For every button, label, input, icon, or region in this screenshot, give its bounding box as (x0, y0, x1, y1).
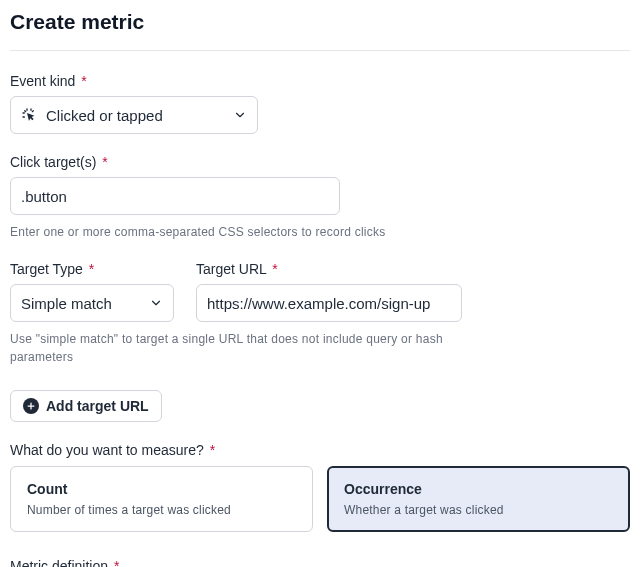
option-desc: Whether a target was clicked (344, 503, 613, 517)
event-kind-value: Clicked or tapped (46, 107, 163, 124)
measure-option-count[interactable]: Count Number of times a target was click… (10, 466, 313, 532)
target-type-value: Simple match (21, 295, 112, 312)
required-mark: * (210, 442, 215, 458)
option-title: Occurrence (344, 481, 613, 497)
add-target-url-button[interactable]: Add target URL (10, 390, 162, 422)
click-targets-help: Enter one or more comma-separated CSS se… (10, 223, 630, 241)
option-title: Count (27, 481, 296, 497)
required-mark: * (89, 261, 94, 277)
target-url-label: Target URL * (196, 261, 462, 277)
required-mark: * (272, 261, 277, 277)
event-kind-label: Event kind * (10, 73, 630, 89)
click-targets-label: Click target(s) * (10, 154, 630, 170)
plus-circle-icon (23, 398, 39, 414)
event-kind-select[interactable]: Clicked or tapped (10, 96, 258, 134)
divider (10, 50, 630, 51)
page-title: Create metric (10, 10, 630, 34)
target-url-input[interactable] (196, 284, 462, 322)
target-type-select[interactable]: Simple match (10, 284, 174, 322)
click-targets-input[interactable] (10, 177, 340, 215)
measure-label: What do you want to measure? * (10, 442, 630, 458)
target-type-help: Use "simple match" to target a single UR… (10, 330, 450, 366)
measure-option-occurrence[interactable]: Occurrence Whether a target was clicked (327, 466, 630, 532)
required-mark: * (81, 73, 86, 89)
required-mark: * (114, 558, 119, 567)
cursor-click-icon (21, 107, 37, 123)
chevron-down-icon (149, 296, 163, 310)
required-mark: * (102, 154, 107, 170)
option-desc: Number of times a target was clicked (27, 503, 296, 517)
chevron-down-icon (233, 108, 247, 122)
metric-definition-label: Metric definition * (10, 558, 630, 567)
target-type-label: Target Type * (10, 261, 174, 277)
